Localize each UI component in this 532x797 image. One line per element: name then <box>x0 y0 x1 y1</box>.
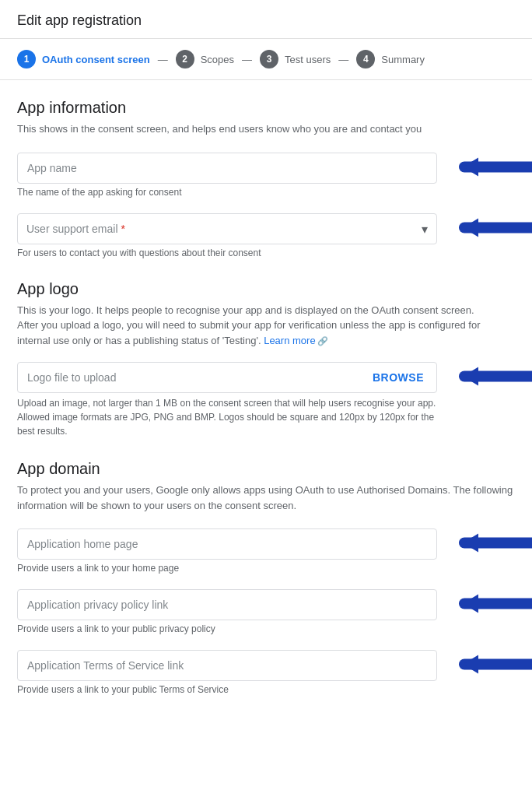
app-logo-desc-line1: This is your logo. It helps people to re… <box>17 304 474 316</box>
app-domain-section: App domain To protect you and your users… <box>17 460 515 695</box>
user-support-email-select-wrapper: ▾ User support email * <box>17 213 437 244</box>
logo-upload-control[interactable]: Logo file to upload BROWSE <box>17 362 437 393</box>
home-page-field-group: Provide users a link to your home page <box>17 528 515 574</box>
privacy-policy-input[interactable] <box>17 589 437 620</box>
app-logo-desc-line2: After you upload a logo, you will need t… <box>17 319 480 346</box>
terms-of-service-input[interactable] <box>17 650 437 681</box>
svg-marker-3 <box>463 534 478 553</box>
step-test-users[interactable]: 3 Test users <box>260 50 331 68</box>
external-link-icon: 🔗 <box>317 336 328 346</box>
app-name-help: The name of the app asking for consent <box>17 187 515 198</box>
stepper: 1 OAuth consent screen — 2 Scopes — 3 Te… <box>0 39 532 80</box>
step-divider-3: — <box>338 54 348 65</box>
svg-marker-5 <box>463 655 478 674</box>
browse-button[interactable]: BROWSE <box>360 363 436 392</box>
user-support-email-select[interactable] <box>17 213 437 244</box>
terms-of-service-help: Provide users a link to your public Term… <box>17 684 515 695</box>
arrow-app-name <box>441 149 532 186</box>
step-2-label: Scopes <box>201 54 234 65</box>
app-domain-desc: To protect you and your users, Google on… <box>17 483 515 513</box>
terms-of-service-input-wrapper <box>17 650 515 681</box>
page-header: Edit app registration <box>0 0 532 39</box>
app-information-desc: This shows in the consent screen, and he… <box>17 121 515 137</box>
home-page-input-wrapper <box>17 528 515 560</box>
page-title: Edit app registration <box>17 12 515 29</box>
user-support-email-field-group: ▾ User support email * For users to cont… <box>17 213 515 258</box>
app-name-field-group: The name of the app asking for consent <box>17 153 515 198</box>
svg-marker-2 <box>463 367 478 386</box>
step-4-label: Summary <box>381 54 425 65</box>
user-support-email-input-wrapper: ▾ User support email * <box>17 213 515 244</box>
logo-upload-placeholder: Logo file to upload <box>27 371 116 384</box>
step-3-circle: 3 <box>260 50 278 68</box>
home-page-help: Provide users a link to your home page <box>17 563 515 574</box>
step-oauth-consent[interactable]: 1 OAuth consent screen <box>17 50 150 68</box>
app-name-input-wrapper <box>17 153 515 184</box>
app-information-section: App information This shows in the consen… <box>17 99 515 258</box>
step-divider-2: — <box>242 54 252 65</box>
learn-more-link[interactable]: Learn more🔗 <box>264 335 327 346</box>
svg-marker-1 <box>463 218 478 237</box>
logo-upload-field-group: Logo file to upload BROWSE Upload an ima… <box>17 362 515 438</box>
app-logo-section: App logo This is your logo. It helps peo… <box>17 280 515 439</box>
logo-upload-wrapper-outer: Logo file to upload BROWSE <box>17 362 515 393</box>
privacy-policy-input-wrapper <box>17 589 515 620</box>
step-divider-1: — <box>158 54 168 65</box>
logo-upload-help: Upload an image, not larger than 1 MB on… <box>17 396 437 438</box>
svg-marker-0 <box>463 157 478 176</box>
app-information-title: App information <box>17 99 515 117</box>
app-domain-title: App domain <box>17 460 515 478</box>
arrow-terms-of-service <box>441 648 532 684</box>
step-1-circle: 1 <box>17 50 36 68</box>
privacy-policy-field-group: Provide users a link to your public priv… <box>17 589 515 634</box>
terms-of-service-field-group: Provide users a link to your public Term… <box>17 650 515 695</box>
main-content: App information This shows in the consen… <box>0 80 532 742</box>
home-page-input[interactable] <box>17 528 437 560</box>
user-support-email-help: For users to contact you with questions … <box>17 248 515 258</box>
step-1-label: OAuth consent screen <box>42 54 150 65</box>
app-logo-title: App logo <box>17 280 515 298</box>
privacy-policy-help: Provide users a link to your public priv… <box>17 623 515 634</box>
app-logo-desc: This is your logo. It helps people to re… <box>17 303 515 349</box>
arrow-home-page <box>441 526 532 563</box>
step-scopes[interactable]: 2 Scopes <box>176 50 234 68</box>
step-3-label: Test users <box>285 54 331 65</box>
app-name-input[interactable] <box>17 153 437 184</box>
svg-marker-4 <box>463 595 478 613</box>
step-2-circle: 2 <box>176 50 194 68</box>
step-summary[interactable]: 4 Summary <box>356 50 425 68</box>
step-4-circle: 4 <box>356 50 375 68</box>
arrow-email <box>441 210 532 247</box>
arrow-privacy-policy <box>441 587 532 623</box>
arrow-logo <box>441 360 532 396</box>
